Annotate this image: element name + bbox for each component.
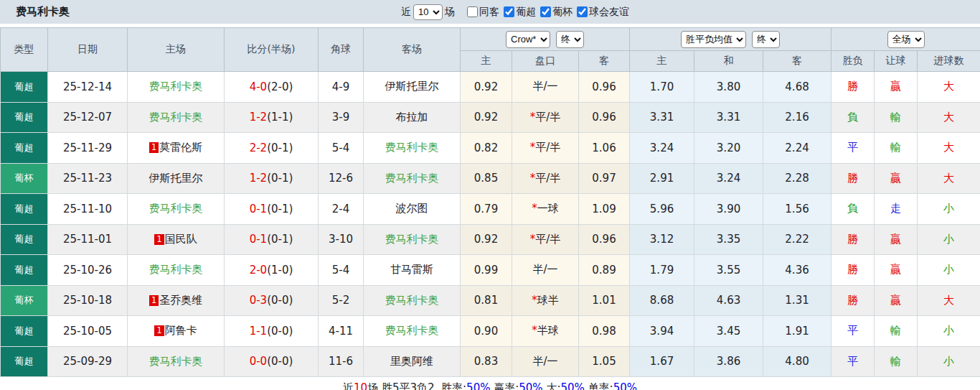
handicap-result-text: 贏 <box>890 233 901 246</box>
league-type-cell: 葡超 <box>1 346 48 377</box>
sub-header-result: 胜负 <box>831 51 875 72</box>
score-cell: 4-0(2-0) <box>225 72 319 103</box>
filter-option-3[interactable]: 球会友谊 <box>574 6 629 19</box>
goals-result-cell: 小 <box>918 316 980 347</box>
home-team-cell: 1莫雷伦斯 <box>128 133 225 164</box>
goals-result-cell: 小 <box>918 194 980 225</box>
odds-away-cell: 1.05 <box>579 346 630 377</box>
filter-checkbox-2[interactable] <box>540 6 551 17</box>
scope-select[interactable]: 全场 <box>887 31 925 48</box>
table-row: 葡超25-12-14费马利卡奥4-0(2-0)4-9伊斯托里尔0.92半/一0.… <box>1 72 980 103</box>
mean-home-cell: 1.67 <box>630 346 694 377</box>
away-team-cell: 甘马雷斯 <box>364 255 461 286</box>
rank-badge: 1 <box>154 325 164 336</box>
mean-time-select[interactable]: 终 <box>752 31 780 48</box>
filter-checkbox-3[interactable] <box>577 6 588 17</box>
fulltime-score: 0-1 <box>250 203 268 215</box>
mean-away-cell: 1.31 <box>763 285 831 316</box>
corner-cell: 5-4 <box>319 133 364 164</box>
home-team-cell: 1阿鲁卡 <box>128 316 225 347</box>
odds-away-cell: 0.89 <box>579 255 630 286</box>
rank-badge: 1 <box>149 295 159 306</box>
away-team-cell: 费马利卡奥 <box>364 316 461 347</box>
filter-checkbox-1[interactable] <box>504 6 514 17</box>
bookmaker-time-select[interactable]: 终 <box>556 31 584 48</box>
handicap-text: 半/一 <box>532 80 557 93</box>
league-type-cell: 葡超 <box>1 102 48 133</box>
table-row: 葡超25-09-29费马利卡奥0-0(0-0)11-6里奥阿维0.83半/一1.… <box>1 346 980 377</box>
filter-checkbox-0[interactable] <box>467 6 478 17</box>
team-name: 费马利卡奥 <box>385 294 439 307</box>
handicap-result-cell: 贏 <box>875 224 918 255</box>
handicap-result-text: 輸 <box>890 355 901 368</box>
mean-select[interactable]: 胜平负均值 <box>681 31 746 48</box>
away-team-cell: 费马利卡奥 <box>364 163 461 194</box>
mean-home-cell: 3.31 <box>630 102 694 133</box>
halftime-score: (0-1) <box>267 141 293 154</box>
changed-star: * <box>532 294 537 307</box>
filter-option-2[interactable]: 葡杯 <box>537 6 573 19</box>
odds-home-cell: 0.81 <box>461 285 512 316</box>
filter-option-0[interactable]: 同客 <box>464 6 499 19</box>
handicap-cell: 半/一 <box>512 255 579 286</box>
handicap-result-cell: 贏 <box>875 163 918 194</box>
mean-draw-cell: 3.90 <box>694 194 763 225</box>
corner-cell: 3-9 <box>319 102 364 133</box>
rank-badge: 1 <box>149 142 159 153</box>
away-team-cell: 伊斯托里尔 <box>364 72 461 103</box>
summary-segment-7: 50% <box>560 381 584 390</box>
result-cell: 負 <box>831 102 875 133</box>
mean-draw-cell: 3.35 <box>694 224 763 255</box>
date-cell: 25-10-05 <box>48 316 128 347</box>
recent-count-select[interactable]: 10 <box>413 4 443 20</box>
summary-segment-9: 50% <box>613 381 637 390</box>
handicap-text: 球半 <box>537 294 559 307</box>
table-row: 葡超25-12-07费马利卡奥1-2(1-1)3-9布拉加0.92*平/半0.9… <box>1 102 980 133</box>
handicap-result-cell: 走 <box>875 194 918 225</box>
table-row: 葡超25-10-051阿鲁卡1-1(0-0)4-11费马利卡奥0.90*半球0.… <box>1 316 980 347</box>
goals-result-text: 小 <box>943 233 954 246</box>
team-name: 费马利卡奥 <box>385 141 439 154</box>
score-cell: 1-2(0-1) <box>225 163 319 194</box>
summary-segment-3: 50% <box>466 381 490 390</box>
team-name-title: 费马利卡奥 <box>16 5 70 19</box>
team-name: 圣乔奥维 <box>159 294 202 307</box>
mean-draw-cell: 3.20 <box>694 133 763 164</box>
goals-result-cell: 大 <box>918 133 980 164</box>
odds-home-cell: 0.92 <box>461 72 512 103</box>
halftime-score: (0-0) <box>267 355 293 368</box>
team-name: 莫雷伦斯 <box>159 141 202 154</box>
summary-segment-2: 场,胜5平3负2, 胜率: <box>367 381 466 390</box>
result-cell: 負 <box>831 194 875 225</box>
home-team-cell: 伊斯托里尔 <box>128 163 225 194</box>
goals-result-text: 大 <box>943 80 954 93</box>
result-cell: 平 <box>831 346 875 377</box>
score-cell: 0-3(0-0) <box>225 285 319 316</box>
mean-home-cell: 1.79 <box>630 255 694 286</box>
summary-segment-5: 50% <box>519 381 542 390</box>
handicap-result-text: 贏 <box>890 263 901 276</box>
result-cell: 勝 <box>831 255 875 286</box>
table-row: 葡超25-11-291莫雷伦斯2-2(0-1)5-4费马利卡奥0.82*平/半1… <box>1 133 980 164</box>
home-team-cell: 费马利卡奥 <box>128 194 225 225</box>
home-team-cell: 费马利卡奥 <box>128 255 225 286</box>
team-name: 费马利卡奥 <box>149 111 203 124</box>
bookmaker-select[interactable]: Crow* <box>506 31 550 48</box>
halftime-score: (0-1) <box>267 203 293 215</box>
fulltime-score: 1-2 <box>250 172 268 185</box>
handicap-cell: 半/一 <box>512 346 579 377</box>
league-type-cell: 葡超 <box>1 255 48 286</box>
team-name: 费马利卡奥 <box>149 80 203 93</box>
col-header-home: 主场 <box>128 28 225 72</box>
sub-header-handicap-result: 让球 <box>875 51 918 72</box>
goals-result-text: 小 <box>943 202 954 215</box>
handicap-text: 半/一 <box>532 263 557 276</box>
goals-result-cell: 大 <box>918 72 980 103</box>
mean-home-cell: 3.12 <box>630 224 694 255</box>
sub-header-odds-away: 客 <box>579 51 630 72</box>
mean-home-cell: 1.70 <box>630 72 694 103</box>
filter-option-1[interactable]: 葡超 <box>501 6 536 19</box>
handicap-result-cell: 贏 <box>875 255 918 286</box>
team-name: 布拉加 <box>396 111 428 124</box>
handicap-text: 平/半 <box>535 172 560 185</box>
